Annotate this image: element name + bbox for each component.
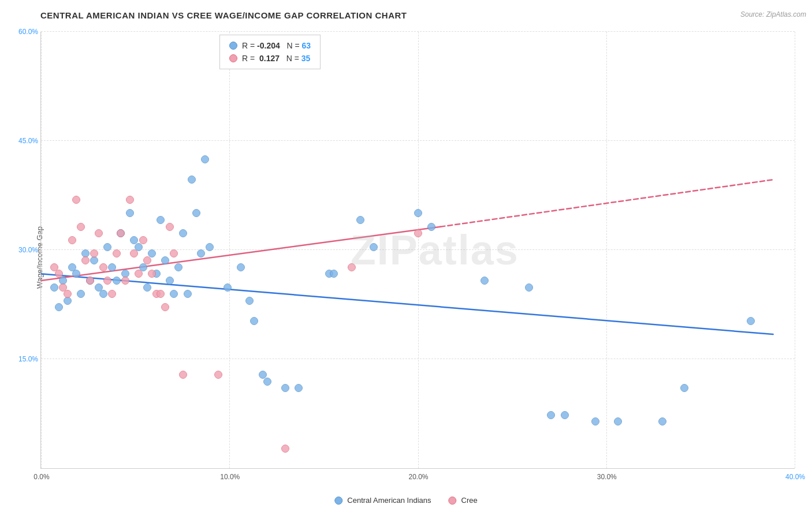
dot-blue	[224, 283, 232, 292]
y-label-45: 45.0%	[18, 137, 38, 145]
dot-pink	[148, 270, 156, 278]
dot-blue	[103, 243, 111, 251]
dot-blue	[161, 256, 169, 264]
dot-pink	[348, 263, 356, 271]
dot-blue	[680, 384, 688, 392]
dot-pink	[414, 229, 422, 237]
dot-pink	[64, 290, 72, 298]
dot-pink	[108, 290, 116, 298]
bottom-legend-dot-pink	[449, 497, 457, 505]
grid-line-v-20: 20.0%	[418, 32, 419, 468]
chart-area: ZIPatlas 15.0% 30.0% 45.0% 60.0% 0.0% 10…	[40, 32, 795, 469]
dot-pink	[95, 229, 103, 237]
dot-pink	[77, 223, 85, 231]
dot-pink	[157, 290, 165, 298]
dot-pink	[166, 223, 174, 231]
bottom-legend-pink: Cree	[449, 496, 478, 505]
chart-title: CENTRAL AMERICAN INDIAN VS CREE WAGE/INC…	[40, 10, 407, 20]
dot-blue	[281, 384, 289, 392]
source-label: Source: ZipAtlas.com	[740, 10, 806, 18]
dot-blue	[108, 263, 116, 271]
dot-blue	[77, 290, 85, 298]
dot-blue	[561, 411, 569, 419]
dot-pink	[68, 236, 76, 244]
dot-blue	[263, 378, 271, 386]
dot-pink	[161, 303, 169, 311]
bottom-legend-dot-blue	[334, 497, 342, 505]
dot-pink	[135, 270, 143, 278]
dot-blue	[50, 283, 58, 292]
dot-blue	[166, 277, 174, 285]
legend-text-pink: R = 0.127 N = 35	[242, 54, 310, 63]
dot-blue	[201, 155, 209, 163]
dot-blue	[747, 317, 755, 325]
dot-blue	[174, 263, 182, 271]
dot-pink	[113, 249, 121, 258]
dot-blue	[370, 243, 378, 251]
dot-blue	[179, 229, 187, 237]
dot-blue	[197, 249, 205, 258]
dot-pink	[126, 196, 134, 204]
dot-blue	[658, 417, 666, 426]
dot-pink	[281, 445, 289, 453]
dot-blue	[188, 176, 196, 184]
dot-blue	[99, 290, 107, 298]
dot-blue	[126, 209, 134, 217]
dot-pink	[121, 277, 129, 285]
dot-blue	[250, 317, 258, 325]
dot-blue	[356, 216, 364, 224]
dot-blue	[184, 290, 192, 298]
dot-blue	[481, 277, 489, 285]
dot-pink	[130, 249, 138, 258]
dot-pink	[179, 371, 187, 379]
dot-pink	[72, 196, 80, 204]
dot-blue	[143, 283, 151, 292]
dot-blue	[72, 270, 80, 278]
dot-blue	[591, 417, 599, 426]
dot-blue	[330, 270, 338, 278]
dot-pink	[139, 236, 147, 244]
dot-blue	[614, 417, 622, 426]
grid-line-v-0: 0.0%	[41, 32, 42, 468]
dot-blue	[414, 209, 422, 217]
dot-pink	[170, 249, 178, 258]
chart-container: CENTRAL AMERICAN INDIAN VS CREE WAGE/INC…	[0, 0, 812, 515]
dot-pink	[103, 277, 111, 285]
dot-blue	[525, 283, 533, 292]
legend-row-blue: R = -0.204 N = 63	[229, 41, 311, 50]
dot-pink	[86, 277, 94, 285]
grid-line-v-40: 40.0%	[795, 32, 795, 468]
bottom-legend-blue: Central American Indians	[334, 496, 431, 505]
bottom-legend-label-blue: Central American Indians	[347, 496, 431, 505]
svg-line-0	[41, 274, 773, 334]
legend-dot-blue	[229, 42, 237, 50]
legend-text-blue: R = -0.204 N = 63	[242, 41, 311, 50]
bottom-legend: Central American Indians Cree	[334, 496, 477, 505]
grid-line-v-10: 10.0%	[229, 32, 230, 468]
dot-blue	[245, 297, 254, 305]
y-label-15: 15.0%	[18, 355, 38, 363]
dot-pink	[117, 229, 125, 237]
dot-blue	[113, 277, 121, 285]
dot-pink	[90, 249, 98, 258]
grid-line-v-30: 30.0%	[606, 32, 607, 468]
dot-pink	[99, 263, 107, 271]
dot-blue	[192, 209, 200, 217]
y-label-30: 30.0%	[18, 246, 38, 254]
dot-blue	[547, 411, 555, 419]
dot-blue	[427, 223, 435, 231]
y-label-60: 60.0%	[18, 28, 38, 36]
dot-pink	[143, 256, 151, 264]
legend-box: R = -0.204 N = 63 R = 0.127 N = 35	[219, 35, 321, 69]
dot-pink	[55, 270, 63, 278]
dot-blue	[237, 263, 245, 271]
dot-blue	[157, 216, 165, 224]
dot-blue	[170, 290, 178, 298]
dot-blue	[55, 303, 63, 311]
dot-pink	[81, 256, 90, 264]
legend-row-pink: R = 0.127 N = 35	[229, 54, 311, 63]
dot-blue	[206, 243, 214, 251]
dot-pink	[214, 371, 222, 379]
dot-blue	[295, 384, 303, 392]
bottom-legend-label-pink: Cree	[461, 496, 478, 505]
